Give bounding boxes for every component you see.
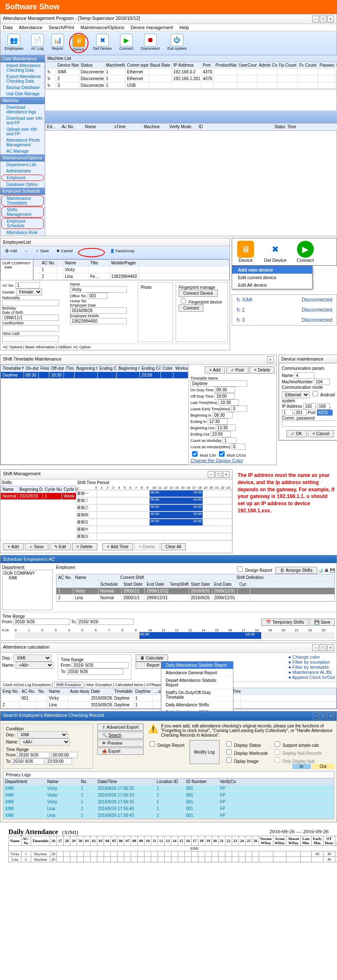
- tt-post[interactable]: ✓ Post: [226, 366, 249, 374]
- tt-eo[interactable]: [211, 431, 231, 437]
- menu-help[interactable]: Help: [179, 25, 189, 30]
- tt-late[interactable]: [219, 399, 239, 406]
- sched-from[interactable]: [13, 619, 70, 625]
- zoom-row[interactable]: ↻ 2Disconnected: [232, 305, 337, 315]
- tb-disconnect[interactable]: ⏺Disconnect: [139, 33, 163, 53]
- sched-tree[interactable]: OUR COMPANY XIMI: [2, 570, 53, 610]
- tab3[interactable]: Calculated Items: [115, 683, 143, 687]
- dm-ok[interactable]: ✓ OK: [286, 430, 306, 437]
- sb-emp-sched[interactable]: Employee Schedule: [1, 218, 44, 229]
- inp-acno[interactable]: [16, 282, 40, 288]
- sm-save[interactable]: ✓ Save: [25, 543, 48, 550]
- emp-tree[interactable]: OUR COMPANY XIMI: [0, 259, 33, 280]
- dm-port[interactable]: [317, 409, 333, 416]
- tt-ei[interactable]: [208, 418, 228, 425]
- tb-device[interactable]: 🖥Device: [69, 33, 88, 53]
- machine-row[interactable]: ↻2Disconnected1Ethernet192.168.1.2014370: [45, 75, 337, 82]
- inp-empdt[interactable]: [70, 307, 127, 314]
- sm-del[interactable]: × Delete: [72, 543, 97, 550]
- sb-dl-user[interactable]: Download user info and FP: [0, 115, 45, 126]
- zoom-row[interactable]: ↻ 3Disconnected: [232, 315, 337, 325]
- emp-cancel[interactable]: ✖ Cancel: [54, 248, 75, 257]
- sb-backup[interactable]: Backup Database: [0, 84, 45, 91]
- close-icon[interactable]: ×: [327, 16, 334, 22]
- rm-shifts[interactable]: Daily Attendance Shifts: [161, 701, 233, 709]
- calc-name[interactable]: <All>: [16, 662, 53, 669]
- sched-row[interactable]: 1VickyNormal2000/1/12999/12/312016/9/262…: [56, 588, 334, 595]
- tt-add[interactable]: + Add: [205, 366, 225, 374]
- max-icon[interactable]: □: [320, 16, 326, 22]
- sb-maint-tt[interactable]: Maintenance Timetables: [1, 195, 44, 206]
- tab1[interactable]: Shift Exception: [54, 682, 83, 688]
- dm-cm[interactable]: Ethernet: [282, 391, 310, 398]
- inp-mobile[interactable]: [70, 318, 127, 324]
- calc-dep[interactable]: XIMI: [13, 654, 51, 662]
- sb-acmanage[interactable]: AC Manage: [0, 148, 45, 154]
- tb-report[interactable]: 📊Report: [49, 33, 67, 53]
- tab-basic[interactable]: Basic Information: [25, 345, 55, 349]
- dm-ip1[interactable]: [317, 403, 330, 409]
- machine-row[interactable]: ↻XIMIDisconnected1Ethernet192.168.0.2437…: [45, 69, 337, 75]
- z-device[interactable]: 🖥Device: [232, 238, 259, 265]
- tt-bi[interactable]: [213, 412, 233, 418]
- tb-connect[interactable]: ▶Connect: [117, 33, 136, 53]
- cb-must1[interactable]: [192, 451, 198, 457]
- zoom-row[interactable]: ↻ XIMIDisconnected: [232, 295, 337, 305]
- srch-from[interactable]: [17, 752, 50, 758]
- tt-bo[interactable]: [216, 425, 236, 431]
- menu-attendance[interactable]: Attendance: [19, 25, 43, 30]
- btn-modify[interactable]: Modify Log: [190, 740, 219, 764]
- dm-as[interactable]: [313, 391, 318, 396]
- tt-on[interactable]: [215, 387, 235, 393]
- btn-connect-device[interactable]: Connect Device: [179, 290, 218, 297]
- btn-ts[interactable]: 📅 Temporary Shifts: [261, 619, 308, 626]
- search-row[interactable]: XIMIVicky12016/9/26 17:56:351001FP: [3, 799, 334, 805]
- machine-row[interactable]: ↻3Disconnected1USB: [45, 82, 337, 89]
- emp-row[interactable]: 2LinaFe…13823994450: [34, 273, 229, 280]
- sm-min-icon[interactable]: –: [208, 471, 214, 478]
- dd-add[interactable]: Add new device: [232, 266, 312, 274]
- search-row[interactable]: XIMILina22016/9/26 17:56:421001FP: [3, 812, 334, 819]
- sb-employee[interactable]: Employee: [1, 175, 44, 181]
- tt-off[interactable]: [214, 393, 235, 399]
- cb-dw[interactable]: [226, 749, 232, 755]
- sm-addtime[interactable]: + Add Time: [102, 543, 133, 550]
- sb-export[interactable]: Export Attendance Checking Data: [0, 73, 45, 84]
- cb-ds[interactable]: [226, 741, 232, 747]
- sched-to[interactable]: [77, 619, 134, 625]
- tt-close-icon[interactable]: ×: [267, 356, 274, 363]
- tb-employees[interactable]: 👥Employees: [2, 33, 26, 53]
- search-row[interactable]: XIMIVicky12016/9/26 17:56:321001FP: [3, 785, 334, 792]
- sel-gender[interactable]: Female: [16, 288, 42, 296]
- cb-di[interactable]: [226, 757, 232, 763]
- btn-calc[interactable]: 🖩 Calculate: [136, 654, 168, 662]
- tb-exit[interactable]: ⏻Exit system: [165, 33, 189, 53]
- dm-pw[interactable]: [282, 420, 337, 427]
- rm-staff[interactable]: Staff's On-Duty/Off-Duty Timetable: [161, 689, 233, 701]
- sb-ul-user[interactable]: Upload user info and FP: [0, 126, 45, 137]
- inp-card[interactable]: [2, 325, 59, 331]
- dm-mn[interactable]: [314, 379, 330, 385]
- sm-close-icon[interactable]: ×: [223, 471, 230, 478]
- sm-add[interactable]: + Add: [3, 543, 24, 550]
- tt-leave[interactable]: [231, 406, 247, 412]
- srch-dep[interactable]: XIMI: [17, 731, 68, 738]
- btn-export[interactable]: 📤 Export: [97, 748, 144, 755]
- rm-general[interactable]: Attendance General Report: [161, 669, 233, 677]
- sb-att-rule[interactable]: Attendance Rule: [0, 229, 45, 236]
- sb-admin[interactable]: Administrator: [0, 168, 45, 174]
- inp-name[interactable]: [70, 286, 127, 293]
- tab2[interactable]: Misc Exception: [86, 683, 112, 687]
- dd-edit[interactable]: Edit current device: [232, 274, 312, 281]
- sm-edit[interactable]: ✎ Edit: [50, 543, 71, 550]
- sched-row[interactable]: 2LinaNormal2000/1/12999/12/312016/9/2620…: [56, 595, 334, 601]
- btn-search[interactable]: 🔍 Search: [97, 732, 144, 739]
- sb-import[interactable]: Import Attendance Checking Data: [0, 62, 45, 73]
- sm-clear[interactable]: Clear All: [161, 543, 186, 550]
- sb-dept[interactable]: Department List: [0, 162, 45, 168]
- tt-color-link[interactable]: Change the Display Color: [190, 458, 243, 463]
- menu-maintenance[interactable]: Maintenance/Options: [80, 25, 124, 30]
- dm-cancel[interactable]: × Cancel: [308, 430, 334, 437]
- rm-daily-stat[interactable]: Daily Attendance Statistic Report: [161, 662, 233, 669]
- dm-ip3[interactable]: [294, 409, 307, 416]
